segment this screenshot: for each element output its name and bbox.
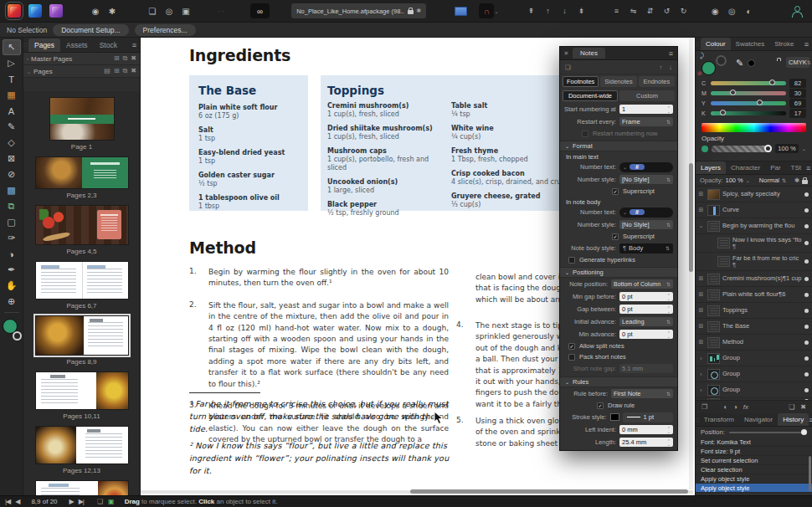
layer-lock-icon[interactable] (802, 180, 808, 184)
layer-row[interactable]: ⊞ Curve (696, 202, 812, 218)
expand-icon[interactable]: › (27, 56, 28, 61)
history-entry[interactable]: Apply object style (696, 484, 812, 493)
yellow-slider[interactable] (711, 101, 786, 105)
gap-between-input[interactable]: 0 pt⌃⌄ (619, 305, 673, 314)
layer-expand-icon[interactable]: ⊞ (697, 291, 705, 298)
layer-row[interactable]: › Group (696, 366, 812, 382)
layer-visibility-dot[interactable] (804, 325, 809, 329)
colour-spectrum-bar[interactable] (702, 123, 806, 132)
stroke-width-button[interactable]: 1 pt (623, 412, 674, 422)
opacity-dropdown-arrow[interactable]: ⌄ (802, 146, 806, 151)
restart-now-checkbox[interactable] (582, 131, 588, 137)
pages-panel-tab[interactable]: Stock (94, 38, 123, 52)
pages-panel-menu-icon[interactable]: ≡ (132, 41, 140, 49)
pages-14-15-thumbnail[interactable] (36, 481, 128, 495)
layers-panel-tab[interactable]: TSt (786, 161, 806, 174)
move-tool[interactable]: ↖ (3, 39, 21, 55)
cyan-slider[interactable] (711, 81, 786, 85)
next-note-icon[interactable]: ↓ (669, 64, 672, 71)
next-spread-button[interactable]: ▶ (69, 498, 74, 505)
panel-menu-icon[interactable]: ≡ (809, 416, 812, 424)
account-button[interactable] (791, 6, 802, 17)
layer-expand-icon[interactable]: ⊞ (697, 207, 705, 213)
document-setup-button[interactable]: Document Setup... (53, 24, 128, 36)
node-tool[interactable]: ▷ (3, 55, 21, 71)
eyedropper-icon[interactable]: ✎ (736, 58, 743, 69)
layer-row[interactable]: ⊞ Method (696, 335, 812, 351)
preview-mode-button[interactable]: ∞ (250, 3, 270, 18)
page-thumbnail-item[interactable]: Pages 2,3 (23, 157, 140, 199)
pack-short-notes-checkbox[interactable] (568, 354, 575, 361)
page-thumbnail-item[interactable]: Pages 14,15 (23, 481, 140, 495)
layers-panel-tab[interactable]: Par (765, 161, 785, 174)
vector-brush-tool[interactable]: ✑ (3, 230, 21, 246)
fill-stroke-swatch[interactable] (2, 319, 22, 341)
first-spread-button[interactable]: |◀ (5, 498, 10, 505)
layer-row[interactable]: ⊞ Toppings (696, 303, 812, 319)
page-1-thumbnail[interactable] (50, 98, 114, 140)
shape-tool[interactable]: ◇ (3, 135, 21, 151)
blend-mode-dropdown[interactable]: Normal (759, 177, 779, 184)
view-tool[interactable]: ✋ (3, 278, 21, 294)
photo-persona-button[interactable] (49, 4, 63, 18)
move-to-front-button[interactable]: ⇞ (523, 3, 538, 18)
fill-colour-circle[interactable] (702, 61, 716, 75)
note-type-tab[interactable]: Sidenotes (600, 76, 636, 87)
layer-visibility-dot[interactable] (804, 399, 809, 401)
format-section-header[interactable]: ⌄Format (560, 141, 677, 151)
layer-visibility-dot[interactable] (804, 372, 809, 376)
history-panel-tab[interactable]: Navigator (739, 413, 778, 426)
rule-before-dropdown[interactable]: First Note⇅ (611, 389, 673, 398)
initial-advance-dropdown[interactable]: Leading⇅ (619, 317, 673, 326)
no-fill-icon[interactable]: ⊘ (697, 70, 702, 77)
layer-visibility-dot[interactable] (804, 309, 809, 313)
layer-row[interactable]: ⊞ Plain white soft flour¶6 (696, 287, 812, 303)
pages-6-7-thumbnail[interactable] (36, 262, 128, 299)
left-indent-input[interactable]: 0 mm⌃⌄ (619, 425, 673, 434)
layer-effects-icon[interactable]: fx (743, 403, 748, 411)
layer-visibility-dot[interactable] (804, 259, 809, 264)
layer-visibility-dot[interactable] (804, 356, 809, 361)
pages-2-3-thumbnail[interactable] (36, 157, 128, 188)
number-text-field[interactable]: ⌄# (619, 207, 673, 218)
flip-horizontal-button[interactable]: ⇋ (625, 3, 640, 18)
move-to-back-button[interactable]: ⇟ (573, 3, 588, 18)
restart-every-dropdown[interactable]: Frame⇅ (619, 117, 673, 126)
layer-expand-icon[interactable]: › (697, 387, 705, 393)
superscript-checkbox[interactable]: ✓ (612, 233, 619, 240)
layer-expand-icon[interactable]: › (697, 371, 705, 377)
rotate-ccw-button[interactable]: ↺ (659, 3, 674, 18)
page-thumbnail-item[interactable]: Page 1 (23, 98, 140, 151)
layers-opacity-value[interactable]: 100 % (726, 177, 743, 184)
min-advance-input[interactable]: 0 pt⌃⌄ (619, 330, 673, 339)
swap-colours-icon[interactable]: ⤸ (700, 52, 704, 60)
layer-expand-icon[interactable]: ⊞ (697, 307, 705, 314)
duplicate-page-icon[interactable]: ⧉ (123, 67, 128, 75)
add-page-icon[interactable]: ⊞ (114, 67, 120, 75)
rectangle-picture-frame-tool[interactable]: ⊠ (3, 151, 21, 166)
colour-panel-tab[interactable]: Swatches (731, 38, 770, 50)
stroke-colour-circle[interactable] (716, 55, 727, 66)
stroke-colour-swatch[interactable] (13, 331, 22, 341)
last-spread-button[interactable]: ▶| (79, 498, 84, 505)
colour-picker-tool[interactable]: ✎ (3, 119, 21, 135)
channel-value[interactable]: 69 (789, 99, 806, 108)
panel-menu-icon[interactable]: ≡ (669, 49, 677, 58)
previous-spread-button[interactable]: ◀ (15, 498, 19, 505)
magenta-slider[interactable] (711, 91, 786, 95)
layer-row[interactable]: ⊞ Spicy, salty specialty (696, 187, 812, 202)
table-tool[interactable]: ▦ (3, 87, 21, 103)
pages-section[interactable]: ⌄ Pages ▤⊞⧉✖ (23, 65, 140, 78)
new-document-button[interactable]: ❏ (145, 3, 160, 18)
flip-vertical-button[interactable]: ⇵ (642, 3, 657, 18)
page-thumbnail-item[interactable]: Pages 12,13 (23, 427, 140, 474)
layer-visibility-dot[interactable] (804, 224, 809, 228)
rules-section-header[interactable]: ⌄Rules (560, 376, 677, 387)
mask-layer-icon[interactable]: ◐ (723, 403, 727, 411)
layer-expand-icon[interactable]: ⊞ (697, 191, 705, 197)
delete-page-icon[interactable]: ✖ (131, 54, 136, 63)
allow-split-notes-checkbox[interactable]: ✓ (568, 343, 575, 350)
layers-panel-tab[interactable]: Layers (696, 161, 726, 174)
colour-panel-tab[interactable]: Colour (701, 38, 731, 50)
page-thumbnail-item[interactable]: Pages 4,5 (23, 206, 140, 255)
